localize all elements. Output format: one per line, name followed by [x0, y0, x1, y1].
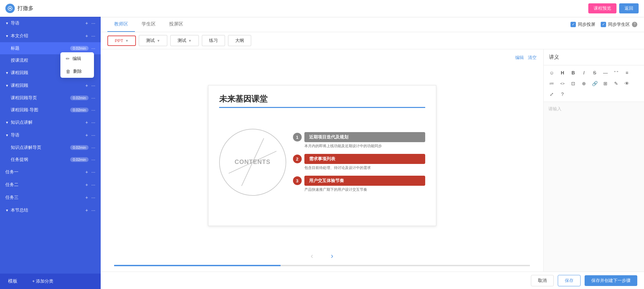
sync-student-checkbox[interactable] [601, 22, 606, 27]
tool-tab-test1[interactable]: 测试 ▼ [139, 35, 167, 46]
template-button[interactable]: 模板 [0, 274, 26, 289]
sidebar-item-summary[interactable]: ▼ 本节总结 + ··· [0, 204, 101, 217]
tool-tabs-row: PPT ▼ 测试 ▼ 测试 ▼ 练习 大纲 [101, 32, 644, 49]
add-icon[interactable]: + [85, 120, 88, 125]
slide-items-list: 1 近期项目迭代及规划 本月内的即将上线功能及近期设计中的功能同步 2 [293, 132, 425, 192]
sidebar-item-review-guide[interactable]: 课程回顾导页 0.02min ··· [0, 92, 101, 104]
dots-icon[interactable]: ··· [91, 145, 95, 150]
sidebar-item-label: 任务二 [5, 182, 85, 188]
add-icon[interactable]: + [85, 208, 88, 213]
dots-icon[interactable]: ··· [91, 195, 95, 200]
edit2-btn[interactable]: ✎ [611, 79, 621, 88]
table-btn[interactable]: ⊞ [601, 79, 610, 88]
dots-icon[interactable]: ··· [91, 20, 95, 26]
save-button[interactable]: 保存 [558, 275, 581, 286]
tab-student[interactable]: 学生区 [135, 17, 162, 32]
sync-projection-checkbox[interactable] [571, 22, 576, 27]
dots-icon[interactable]: ··· [91, 182, 95, 187]
code-btn[interactable]: <> [558, 79, 567, 88]
dots-icon[interactable]: ··· [91, 132, 95, 138]
tool-tab-practice[interactable]: 练习 [202, 35, 225, 46]
preview-btn[interactable]: 👁 [622, 79, 632, 88]
tool-tab-outline[interactable]: 大纲 [228, 35, 251, 46]
sync-projection-option[interactable]: 同步投屏 [571, 21, 595, 27]
dots-icon[interactable]: ··· [91, 120, 95, 125]
delete-menu-item[interactable]: 🗑 删除 [60, 65, 94, 78]
return-button[interactable]: 返回 [619, 3, 639, 13]
dots-icon[interactable]: ··· [91, 208, 95, 213]
heading-btn[interactable]: H [558, 68, 567, 77]
emoji-btn[interactable]: ☺ [547, 68, 556, 77]
sidebar-item-label: 任务一 [5, 169, 85, 175]
delete-icon: 🗑 [66, 69, 70, 74]
tab-teacher[interactable]: 教师区 [107, 17, 135, 32]
add-icon[interactable]: + [85, 132, 88, 138]
sidebar-item-task1[interactable]: 任务一 + ··· [0, 166, 101, 178]
sidebar-actions: + ··· [85, 182, 95, 187]
sync-student-option[interactable]: 同步学生区 ? [601, 21, 637, 27]
dots-icon[interactable]: ··· [91, 169, 95, 175]
add-icon[interactable]: + [85, 33, 88, 39]
add-icon[interactable]: + [85, 169, 88, 175]
sidebar-item-intro[interactable]: ▼ 导语 + ··· [0, 17, 101, 30]
ordered-list-btn[interactable]: ≔ [547, 79, 556, 88]
expand-btn[interactable]: ⤢ [547, 90, 556, 99]
add-icon[interactable]: + [85, 195, 88, 200]
cancel-button[interactable]: 取消 [531, 275, 554, 286]
sidebar-item-knowledge-guide[interactable]: 知识点讲解导页 0.02min ··· [0, 141, 101, 154]
edit-button[interactable]: 编辑 [515, 55, 524, 61]
sidebar-item-label: 知识点讲解导页 [11, 144, 70, 151]
tool-tab-ppt[interactable]: PPT ▼ [107, 36, 136, 46]
strikethrough-btn[interactable]: S [590, 68, 599, 77]
image-btn[interactable]: ⊡ [568, 79, 578, 88]
add-icon[interactable]: + [85, 20, 88, 26]
bold-btn[interactable]: B [568, 68, 578, 77]
sidebar-actions: + ··· [85, 33, 95, 39]
slide-title: 未来基因课堂 [219, 94, 425, 108]
italic-btn[interactable]: I [579, 68, 589, 77]
editor-placeholder: 请输入 [548, 106, 561, 111]
slide-item-1: 1 近期项目迭代及规划 本月内的即将上线功能及近期设计中的功能同步 [293, 132, 425, 149]
tabs-right: 同步投屏 同步学生区 ? [571, 21, 637, 27]
sidebar-item-guide2[interactable]: ▼ 导语 + ··· [0, 129, 101, 141]
clear-button[interactable]: 清空 [528, 55, 537, 61]
add-icon[interactable]: + [85, 83, 88, 88]
sidebar-actions: + ··· [85, 195, 95, 200]
tool-tab-label: 测试 [178, 38, 186, 44]
help-icon[interactable]: ? [632, 22, 637, 27]
sidebar: ▼ 导语 + ··· ▼ 本文介绍 + ··· 标题 0.02min ··· [0, 17, 101, 289]
sidebar-item-text-intro[interactable]: ▼ 本文介绍 + ··· [0, 30, 101, 42]
dots-icon[interactable]: ··· [91, 157, 95, 162]
dots-icon[interactable]: ··· [91, 83, 95, 88]
sidebar-item-review2[interactable]: ▼ 课程回顾 + ··· [0, 79, 101, 92]
sidebar-item-label: 任务提纲 [11, 157, 70, 163]
edit-menu-item[interactable]: ✏ 编辑 [60, 52, 94, 65]
add-category-button[interactable]: + 添加分类 [26, 274, 60, 289]
add-icon[interactable]: + [85, 182, 88, 187]
prev-slide-button[interactable]: ‹ [306, 250, 318, 262]
dots-icon[interactable]: ··· [91, 107, 95, 113]
slide-item-bar-3: 用户交互体验节奏 [304, 176, 425, 186]
divider-btn[interactable]: — [601, 68, 610, 77]
dots-icon[interactable]: ··· [91, 33, 95, 39]
preview-button[interactable]: 课程预览 [588, 3, 616, 13]
map-btn[interactable]: ⊕ [579, 79, 589, 88]
help-btn[interactable]: ? [558, 90, 567, 99]
tool-tab-test2[interactable]: 测试 ▼ [170, 35, 199, 46]
sidebar-item-review-map[interactable]: 课程回顾·导图 0.02min ··· [0, 104, 101, 116]
tab-projection[interactable]: 投屏区 [162, 17, 190, 32]
quote-btn[interactable]: " " [611, 68, 621, 77]
sidebar-item-knowledge[interactable]: ▼ 知识点讲解 + ··· [0, 116, 101, 129]
unordered-list-btn[interactable]: ≡ [622, 68, 632, 77]
dots-icon[interactable]: ··· [91, 95, 95, 101]
right-panel-title: 讲义 [544, 49, 644, 65]
dots-icon[interactable]: ··· [91, 46, 95, 51]
chevron-icon: ▼ [5, 209, 9, 212]
sidebar-item-task-outline[interactable]: 任务提纲 0.02min ··· [0, 154, 101, 166]
slide-item-desc-2: 包含目前待处理、待讨论及设计中的需求 [304, 165, 425, 170]
sidebar-item-task3[interactable]: 任务三 + ··· [0, 191, 101, 204]
save-next-button[interactable]: 保存并创建下一步骤 [585, 275, 637, 286]
link-btn[interactable]: 🔗 [590, 79, 599, 88]
sidebar-item-task2[interactable]: 任务二 + ··· [0, 178, 101, 191]
next-slide-button[interactable]: › [326, 250, 338, 262]
